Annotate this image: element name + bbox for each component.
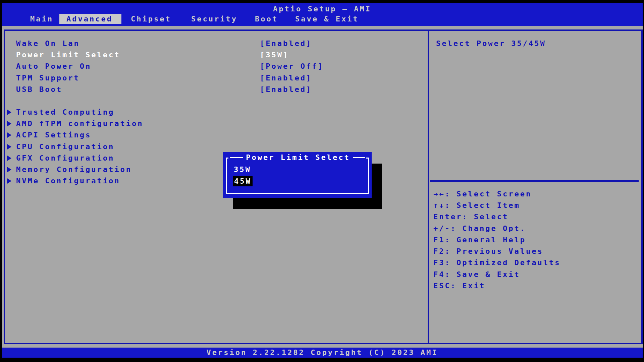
submenu-label: Trusted Computing — [16, 108, 114, 117]
tab-save-exit[interactable]: Save & Exit — [295, 14, 359, 24]
dialog-border — [226, 158, 369, 194]
tab-security[interactable]: Security — [191, 14, 237, 24]
submenu-amd-ftpm[interactable]: AMD fTPM configuration — [4, 119, 426, 128]
power-limit-select-dialog: Power Limit Select 35W 45W — [223, 152, 372, 198]
option-label: Auto Power On — [16, 62, 91, 71]
submenu-label: AMD fTPM configuration — [16, 119, 143, 128]
tab-boot[interactable]: Boot — [255, 14, 278, 24]
option-row-tpm-support[interactable]: TPM Support [Enabled] — [4, 74, 426, 82]
option-value: [Enabled] — [260, 39, 312, 48]
help-key-save-exit: F4: Save & Exit — [433, 270, 520, 279]
submenu-label: GFX Configuration — [16, 154, 114, 163]
help-key-esc-exit: ESC: Exit — [433, 282, 485, 290]
dialog-option-45w-selected[interactable]: 45W — [233, 176, 253, 186]
help-key-enter-select: Enter: Select — [433, 213, 508, 221]
submenu-arrow-icon — [7, 144, 11, 150]
option-value: [35W] — [260, 51, 289, 59]
submenu-arrow-icon — [7, 178, 11, 184]
submenu-acpi-settings[interactable]: ACPI Settings — [4, 131, 426, 139]
tab-advanced[interactable]: Advanced — [59, 14, 121, 24]
title-bar: Aptio Setup – AMI Main Advanced Chipset … — [2, 3, 643, 26]
submenu-arrow-icon — [7, 155, 11, 161]
option-row-auto-power-on[interactable]: Auto Power On [Power Off] — [4, 62, 426, 71]
submenu-label: NVMe Configuration — [16, 177, 120, 185]
submenu-arrow-icon — [7, 167, 11, 173]
option-value: [Enabled] — [260, 85, 312, 94]
option-value: [Enabled] — [260, 74, 312, 82]
panel-vertical-divider — [428, 29, 429, 343]
help-key-select-item: ↑↓: Select Item — [433, 201, 520, 210]
page-title: Aptio Setup – AMI — [2, 4, 643, 14]
help-key-optimized-defaults: F3: Optimized Defaults — [433, 258, 560, 267]
dialog-titlebar: Power Limit Select — [223, 153, 372, 162]
submenu-arrow-icon — [7, 121, 11, 127]
help-key-previous-values: F2: Previous Values — [433, 247, 543, 256]
help-description: Select Power 35/45W — [436, 39, 546, 48]
option-label: Wake On Lan — [16, 39, 80, 48]
bios-setup-screen: Aptio Setup – AMI Main Advanced Chipset … — [0, 0, 644, 362]
option-row-wake-on-lan[interactable]: Wake On Lan [Enabled] — [4, 39, 426, 48]
option-row-usb-boot[interactable]: USB Boot [Enabled] — [4, 85, 426, 94]
submenu-arrow-icon — [7, 109, 11, 115]
option-label: Power Limit Select — [16, 51, 120, 59]
help-key-change-opt: +/-: Change Opt. — [433, 224, 526, 233]
submenu-label: Memory Configuration — [16, 165, 132, 174]
submenu-cpu-configuration[interactable]: CPU Configuration — [4, 142, 426, 151]
submenu-label: CPU Configuration — [16, 142, 114, 151]
title-line-left — [230, 157, 243, 158]
dialog-option-35w[interactable]: 35W — [234, 165, 251, 174]
option-label: TPM Support — [16, 74, 80, 82]
version-text: Version 2.22.1282 Copyright (C) 2023 AMI — [2, 348, 643, 357]
dialog-title: Power Limit Select — [246, 153, 350, 162]
option-row-power-limit-select[interactable]: Power Limit Select [35W] — [4, 51, 426, 59]
help-key-general-help: F1: General Help — [433, 236, 526, 244]
submenu-label: ACPI Settings — [16, 131, 91, 139]
submenu-arrow-icon — [7, 132, 11, 138]
tab-main[interactable]: Main — [30, 14, 53, 24]
tab-chipset[interactable]: Chipset — [131, 14, 171, 24]
help-key-select-screen: →←: Select Screen — [433, 190, 532, 198]
option-value: [Power Off] — [260, 62, 324, 71]
option-label: USB Boot — [16, 85, 62, 94]
version-bar: Version 2.22.1282 Copyright (C) 2023 AMI — [2, 348, 643, 358]
submenu-trusted-computing[interactable]: Trusted Computing — [4, 108, 426, 117]
title-line-right — [353, 157, 365, 158]
help-panel-divider — [430, 180, 639, 182]
